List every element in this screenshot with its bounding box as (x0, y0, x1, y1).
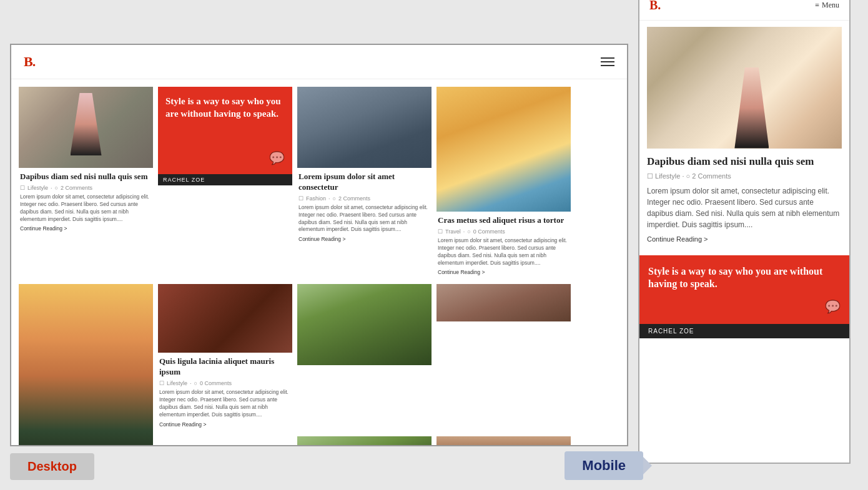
mobile-logo[interactable]: B. (649, 0, 661, 12)
desktop-header: B. (11, 45, 627, 79)
quote-card-inner: Style is a way to say who you are withou… (158, 87, 292, 174)
card-body-fitness: Dapibus diam sed nisi nulla quis sem ☐ L… (19, 168, 153, 235)
mobile-ham-icon: ≡ (815, 1, 819, 10)
mobile-comments: 2 Comments (692, 172, 731, 180)
ham-line-2 (601, 61, 614, 62)
mobile-quote-icon: 💬 (825, 299, 841, 314)
desktop-logo[interactable]: B. (24, 54, 35, 70)
mobile-author-bar: RACHEL ZOE (639, 324, 849, 338)
mobile-card-meta: ☐ Lifestyle · ○ 2 Comments (647, 172, 842, 180)
folder-icon-bag: ☐ (298, 195, 303, 202)
card-meta-fitness: ☐ Lifestyle · ○ 2 Comments (20, 185, 152, 191)
card-body-surf: Cras metus sed aliquet risus a tortor ☐ … (436, 212, 571, 279)
img-hammock (297, 284, 432, 365)
quote-author: RACHEL ZOE (158, 174, 292, 185)
card-meta-surf: ☐ Travel · ○ 0 Comments (438, 228, 570, 235)
comment-icon-bag: ○ (333, 195, 336, 202)
comments-bag: 2 Comments (338, 195, 370, 202)
comment-icon-surf: ○ (467, 228, 470, 235)
category-surf: Travel (445, 228, 461, 235)
quote-icon: 💬 (269, 150, 285, 165)
desktop-grid: Dapibus diam sed nisi nulla quis sem ☐ L… (11, 79, 627, 446)
category-plaid: Lifestyle (167, 380, 187, 386)
mobile-menu-button[interactable]: ≡ Menu (815, 1, 839, 10)
mobile-img-fitness (647, 27, 842, 149)
continue-bag[interactable]: Continue Reading > (298, 236, 430, 242)
mobile-card-text: Lorem ipsum dolor sit amet, consectetur … (647, 185, 842, 230)
card-meta-bag: ☐ Fashion · ○ 2 Comments (298, 195, 430, 202)
card-title-bag: Lorem ipsum dolor sit amet consectetur (298, 172, 430, 193)
card-hills (19, 284, 153, 446)
img-hills (19, 284, 153, 446)
card-meta-plaid: ☐ Lifestyle · ○ 0 Comments (159, 380, 291, 386)
desktop-frame: B. Dapibus diam sed nisi nulla quis sem … (10, 44, 628, 446)
img-bag (297, 87, 432, 168)
mobile-labels-container: Mobile (565, 451, 643, 480)
img-person-bottom (436, 284, 571, 321)
mobile-continue[interactable]: Continue Reading > (647, 235, 842, 243)
card-text-surf: Lorem ipsum dolor sit amet, consectetur … (438, 237, 570, 267)
mobile-quote-text: Style is a way to say who you are withou… (648, 265, 841, 292)
mobile-quote-card: Style is a way to say who you are withou… (639, 255, 849, 324)
mobile-label-arrow (643, 457, 652, 474)
desktop-label: Desktop (10, 453, 94, 480)
card-hammock (297, 284, 432, 431)
card-title-fitness: Dapibus diam sed nisi nulla quis sem (20, 172, 152, 182)
img-fitness (19, 87, 153, 168)
card-surf: Cras metus sed aliquet risus a tortor ☐ … (436, 87, 571, 279)
mobile-category: Lifestyle (655, 172, 680, 180)
img-plaid (158, 284, 292, 353)
img-surf (436, 87, 571, 212)
card-hammock-extra (297, 436, 432, 446)
mobile-quote-wrapper: Style is a way to say who you are withou… (639, 255, 849, 338)
folder-icon-plaid: ☐ (159, 380, 164, 386)
dot-sep-surf: · (463, 228, 465, 235)
continue-plaid[interactable]: Continue Reading > (159, 421, 291, 428)
dot-sep-plaid: · (190, 380, 192, 386)
mobile-label: Mobile (565, 451, 643, 480)
mobile-menu-label: Menu (822, 1, 839, 10)
card-empty-col2 (158, 436, 292, 446)
category-bag: Fashion (306, 195, 326, 202)
mobile-header: B. ≡ Menu (639, 0, 849, 21)
card-text-fitness: Lorem ipsum dolor sit amet, consectetur … (20, 194, 152, 223)
category-fitness: Lifestyle (27, 185, 48, 191)
ham-line-3 (601, 65, 614, 66)
card-beard (436, 436, 571, 446)
continue-fitness[interactable]: Continue Reading > (20, 225, 152, 232)
comments-plaid: 0 Comments (200, 380, 232, 386)
dot-sep: · (51, 185, 52, 191)
dot-sep-bag: · (328, 195, 330, 202)
card-body-bag: Lorem ipsum dolor sit amet consectetur ☐… (297, 168, 432, 246)
comments-fitness: 2 Comments (61, 185, 92, 191)
card-text-bag: Lorem ipsum dolor sit amet, consectetur … (298, 204, 430, 234)
comments-surf: 0 Comments (473, 228, 505, 235)
card-body-plaid: Quis ligula lacinia aliquet mauris ipsum… (158, 353, 292, 431)
folder-icon: ☐ (20, 185, 25, 191)
card-quote: Style is a way to say who you are withou… (158, 87, 292, 279)
folder-icon-surf: ☐ (438, 228, 443, 235)
mobile-folder-icon: ☐ (647, 172, 653, 180)
card-title-plaid: Quis ligula lacinia aliquet mauris ipsum (159, 356, 291, 378)
comment-icon-fitness: ○ (55, 185, 58, 191)
card-title-surf: Cras metus sed aliquet risus a tortor (438, 215, 570, 226)
card-bag: Lorem ipsum dolor sit amet consectetur ☐… (297, 87, 432, 279)
mobile-card-title: Dapibus diam sed nisi nulla quis sem (647, 155, 842, 169)
comment-icon-plaid: ○ (194, 380, 197, 386)
card-plaid: Quis ligula lacinia aliquet mauris ipsum… (158, 284, 292, 431)
card-text-plaid: Lorem ipsum dolor sit amet, consectetur … (159, 389, 291, 419)
labels-container: Desktop (10, 453, 94, 480)
mobile-comment-icon: ○ (686, 172, 691, 180)
mobile-frame: B. ≡ Menu Dapibus diam sed nisi nulla qu… (638, 0, 851, 464)
quote-text: Style is a way to say who you are withou… (165, 96, 285, 120)
card-fitness: Dapibus diam sed nisi nulla quis sem ☐ L… (19, 87, 153, 279)
card-person-bottom (436, 284, 571, 431)
hamburger-menu[interactable] (601, 57, 614, 66)
mobile-label-wrapper: Mobile (565, 451, 643, 480)
continue-surf[interactable]: Continue Reading > (438, 269, 570, 275)
mobile-content: Dapibus diam sed nisi nulla quis sem ☐ L… (639, 21, 849, 249)
ham-line-1 (601, 57, 614, 59)
